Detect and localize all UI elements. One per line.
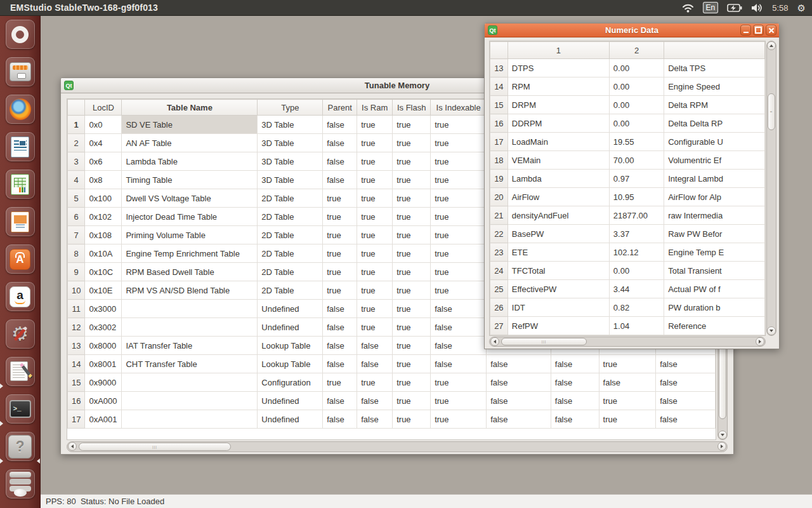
cell[interactable]: Lookup Table [258, 355, 323, 373]
cell[interactable]: 1.04 [609, 317, 664, 335]
cell[interactable]: Configuration [258, 373, 323, 392]
cell[interactable]: false [323, 355, 357, 373]
cell[interactable]: true [431, 244, 487, 263]
row-header[interactable]: 12 [68, 318, 85, 337]
cell[interactable]: 0x102 [85, 208, 122, 226]
cell[interactable]: Delta Delta RP [664, 114, 765, 133]
cell[interactable]: 0x10A [85, 244, 122, 263]
cell[interactable]: Undefined [258, 300, 323, 318]
cell[interactable]: Delta TPS [664, 59, 765, 77]
minimize-button[interactable] [740, 25, 751, 36]
cell[interactable]: false [656, 373, 716, 392]
cell[interactable]: true [393, 208, 431, 226]
cell[interactable]: true [323, 208, 357, 226]
cell[interactable]: Lambda [508, 170, 609, 188]
cell[interactable]: false [487, 392, 551, 410]
cell[interactable]: Engine Temp E [664, 243, 765, 262]
cell[interactable]: true [357, 281, 393, 300]
cell[interactable]: Engine Speed [664, 77, 765, 96]
cell[interactable]: 3D Table [258, 171, 323, 189]
cell[interactable]: true [431, 208, 487, 226]
launcher-item-firefox[interactable] [6, 95, 35, 124]
cell[interactable]: false [487, 355, 551, 373]
cell[interactable]: 0x0 [85, 116, 122, 134]
cell[interactable]: false [487, 410, 551, 429]
cell[interactable]: false [431, 300, 487, 318]
cell[interactable]: 2D Table [258, 263, 323, 281]
row-header[interactable]: 10 [68, 281, 85, 300]
cell[interactable]: false [323, 392, 357, 410]
launcher-item-text-editor[interactable] [6, 357, 35, 386]
cell[interactable]: ETE [508, 243, 609, 262]
cell[interactable]: 2D Table [258, 208, 323, 226]
cell[interactable]: true [393, 300, 431, 318]
cell[interactable]: DDRPM [508, 114, 609, 133]
launcher-item-amazon[interactable]: a [6, 282, 35, 311]
cell[interactable]: true [357, 171, 393, 189]
cell[interactable]: Volumentric Ef [664, 151, 765, 170]
cell[interactable]: 0x4 [85, 134, 122, 152]
cell[interactable]: RPM [508, 77, 609, 96]
cell[interactable]: 3.37 [609, 225, 664, 243]
cell[interactable]: 0.00 [609, 262, 664, 280]
row-header[interactable]: 5 [68, 189, 85, 208]
column-header[interactable]: Type [258, 100, 323, 116]
cell[interactable]: 0xA000 [85, 392, 122, 410]
row-header[interactable]: 14 [68, 355, 85, 373]
cell[interactable]: true [393, 226, 431, 244]
row-header[interactable]: 20 [490, 188, 508, 206]
cell[interactable]: true [323, 189, 357, 208]
cell[interactable]: false [357, 392, 393, 410]
battery-icon[interactable] [727, 0, 742, 16]
cell[interactable]: false [431, 355, 487, 373]
cell[interactable]: true [357, 318, 393, 337]
cell[interactable] [122, 300, 258, 318]
cell[interactable]: TFCTotal [508, 262, 609, 280]
numeric-scroll-right-button[interactable] [756, 337, 764, 346]
cell[interactable]: SD VE Table [122, 116, 258, 134]
cell[interactable]: true [357, 208, 393, 226]
cell[interactable]: true [393, 410, 431, 429]
clock[interactable]: 5:58 [772, 3, 788, 13]
cell[interactable]: AN AF Table [122, 134, 258, 152]
launcher-item-calc[interactable] [6, 170, 35, 199]
cell[interactable]: 0.97 [609, 170, 664, 188]
cell[interactable]: false [323, 300, 357, 318]
cell[interactable]: BasePW [508, 225, 609, 243]
cell[interactable]: Reference [664, 317, 765, 335]
cell[interactable]: true [357, 116, 393, 134]
cell[interactable]: Configurable U [664, 133, 765, 151]
row-header[interactable]: 13 [490, 59, 508, 77]
cell[interactable]: Lambda Table [122, 152, 258, 171]
launcher-item-files[interactable] [6, 57, 35, 86]
column-header[interactable] [68, 100, 85, 116]
cell[interactable]: VEMain [508, 151, 609, 170]
cell[interactable]: true [599, 355, 656, 373]
row-header[interactable]: 7 [68, 226, 85, 244]
cell[interactable]: 19.55 [609, 133, 664, 151]
cell[interactable]: true [393, 263, 431, 281]
cell[interactable]: true [599, 392, 656, 410]
cell[interactable]: 70.00 [609, 151, 664, 170]
close-button[interactable] [766, 25, 776, 36]
cell[interactable]: LoadMain [508, 133, 609, 151]
cell[interactable]: false [551, 410, 599, 429]
cell[interactable]: Raw PW Befor [664, 225, 765, 243]
cell[interactable]: 102.12 [609, 243, 664, 262]
column-header[interactable]: 2 [609, 42, 664, 59]
numeric-scroll-left-button[interactable] [490, 337, 499, 346]
cell[interactable]: false [323, 134, 357, 152]
cell[interactable]: true [323, 244, 357, 263]
cell[interactable]: false [431, 337, 487, 355]
cell[interactable]: 3D Table [258, 116, 323, 134]
cell[interactable]: 0.00 [609, 96, 664, 114]
launcher-item-writer[interactable] [6, 132, 35, 161]
tunable-hscrollbar[interactable]: ||| [67, 441, 728, 452]
tunable-scroll-right-button[interactable] [717, 442, 726, 451]
cell[interactable] [122, 410, 258, 429]
launcher-item-impress[interactable] [6, 207, 35, 236]
cell[interactable]: Priming Volume Table [122, 226, 258, 244]
launcher-item-settings[interactable]: ⚙ [6, 319, 35, 349]
cell[interactable]: 2D Table [258, 226, 323, 244]
cell[interactable]: false [551, 355, 599, 373]
